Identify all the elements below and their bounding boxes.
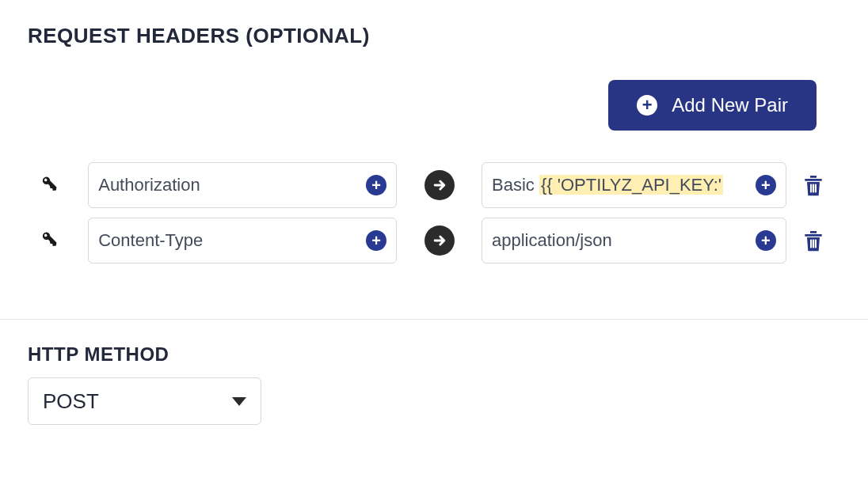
header-pair-row: Content-Type + application/json + bbox=[28, 218, 840, 263]
insert-variable-icon[interactable]: + bbox=[366, 175, 386, 195]
key-icon-cell bbox=[28, 229, 88, 252]
insert-variable-icon[interactable]: + bbox=[366, 230, 386, 251]
add-new-pair-button[interactable]: + Add New Pair bbox=[608, 80, 817, 131]
http-method-select[interactable]: POST bbox=[28, 377, 261, 425]
chevron-down-icon bbox=[232, 397, 246, 406]
header-value-text: application/json bbox=[492, 230, 756, 251]
section-divider bbox=[0, 319, 868, 320]
header-key-input[interactable]: Authorization + bbox=[88, 162, 397, 208]
add-pair-label: Add New Pair bbox=[672, 94, 788, 116]
plus-circle-icon: + bbox=[637, 95, 657, 116]
trash-icon[interactable] bbox=[801, 172, 826, 199]
header-key-text: Content-Type bbox=[98, 230, 366, 251]
header-pairs-list: Authorization + Basic {{ 'OPTILYZ_API_KE… bbox=[28, 162, 840, 263]
header-pair-row: Authorization + Basic {{ 'OPTILYZ_API_KE… bbox=[28, 162, 840, 208]
key-icon bbox=[37, 174, 59, 196]
svg-rect-5 bbox=[815, 240, 817, 248]
insert-variable-icon[interactable]: + bbox=[756, 230, 776, 251]
request-headers-title: REQUEST HEADERS (OPTIONAL) bbox=[28, 24, 840, 48]
header-key-input[interactable]: Content-Type + bbox=[88, 218, 397, 263]
arrow-right-icon bbox=[424, 226, 455, 256]
header-value-input[interactable]: Basic {{ 'OPTILYZ_API_KEY:' + bbox=[482, 162, 786, 208]
svg-rect-1 bbox=[813, 184, 814, 193]
arrow-right-icon bbox=[424, 170, 455, 200]
header-value-text: Basic {{ 'OPTILYZ_API_KEY:' bbox=[492, 175, 756, 195]
trash-cell bbox=[786, 227, 840, 254]
key-icon bbox=[37, 229, 59, 252]
trash-cell bbox=[786, 172, 840, 199]
key-icon-cell bbox=[28, 174, 88, 196]
header-key-text: Authorization bbox=[98, 175, 366, 195]
arrow-cell bbox=[397, 170, 482, 200]
arrow-cell bbox=[397, 226, 482, 256]
add-pair-row: + Add New Pair bbox=[28, 80, 840, 131]
header-value-input[interactable]: application/json + bbox=[482, 218, 786, 263]
insert-variable-icon[interactable]: + bbox=[756, 175, 776, 195]
svg-rect-0 bbox=[810, 184, 812, 193]
http-method-label: HTTP METHOD bbox=[28, 343, 840, 366]
svg-rect-2 bbox=[815, 184, 817, 193]
svg-rect-3 bbox=[810, 240, 812, 248]
svg-rect-4 bbox=[813, 240, 814, 248]
http-method-value: POST bbox=[43, 389, 99, 414]
trash-icon[interactable] bbox=[801, 227, 826, 254]
